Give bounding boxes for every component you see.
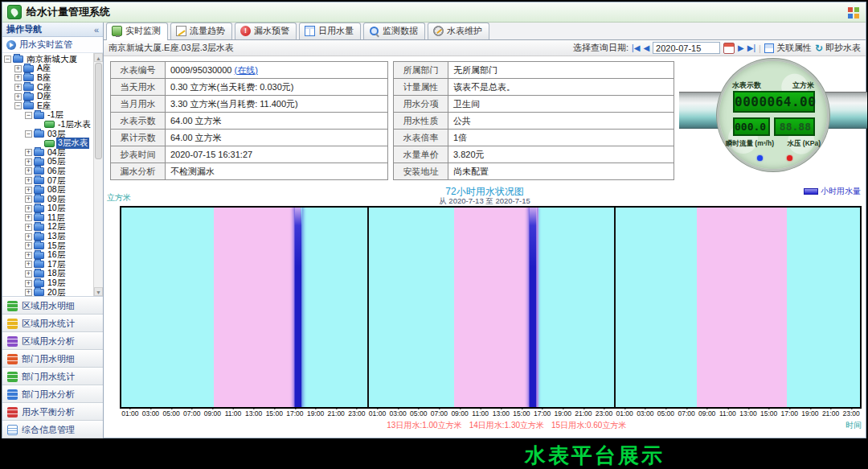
calendar-icon[interactable] <box>723 43 735 54</box>
read-meter-now-button[interactable]: ↻ 即抄水表 <box>815 42 861 54</box>
sidebar-item-region-analysis[interactable]: 区域用水分析 <box>2 332 103 350</box>
tab-flow-trend[interactable]: 流量趋势 <box>170 23 232 39</box>
expand-expander-icon[interactable]: + <box>14 65 22 72</box>
tree-node[interactable]: +20层 <box>2 288 92 297</box>
folder-icon <box>34 252 44 259</box>
expand-expander-icon[interactable]: + <box>14 84 22 91</box>
sidebar-item-dept-detail[interactable]: 部门用水明细 <box>2 350 103 368</box>
scrollbar-thumb[interactable] <box>95 63 102 159</box>
x-tick-label: 15:00 <box>266 409 283 418</box>
apps-grid-icon[interactable] <box>848 7 859 19</box>
tab-realtime-monitor[interactable]: 实时监测 <box>106 23 168 40</box>
expand-expander-icon[interactable]: + <box>25 214 32 221</box>
prev-date-icon[interactable]: ◀ <box>643 43 649 52</box>
daytime-band <box>697 208 787 407</box>
daily-total-label: 15日用水:0.60立方米 <box>551 421 626 430</box>
x-tick-label: 07:00 <box>678 409 694 418</box>
expand-expander-icon[interactable]: + <box>14 93 22 101</box>
expand-expander-icon[interactable]: + <box>25 261 32 268</box>
collapse-expander-icon[interactable]: − <box>14 102 22 109</box>
x-tick-label: 15:00 <box>513 409 530 418</box>
info-mgmt-icon <box>7 425 18 435</box>
menu-item-label: 区域用水明细 <box>22 300 75 312</box>
scroll-up-icon[interactable]: ▲ <box>94 53 103 62</box>
table-row: 水表示数64.00 立方米 <box>111 113 388 130</box>
building-tree-panel: −南京新城大厦+A座+B座+C座+D座−E座−-1层-1层水表−03层3层水表+… <box>2 53 103 297</box>
sidebar: 操作导航 « 用水实时监管 −南京新城大厦+A座+B座+C座+D座−E座−-1层… <box>2 23 104 438</box>
x-tick-label: 07:00 <box>183 409 200 418</box>
last-date-icon[interactable]: ▶| <box>747 43 755 52</box>
folder-icon <box>34 167 44 175</box>
daily-total-label: 13日用水:1.00立方米 <box>387 421 461 430</box>
collapse-expander-icon[interactable]: − <box>4 56 11 63</box>
sidebar-item-region-detail[interactable]: 区域用水明细 <box>2 297 103 315</box>
pressure-indicator-dot <box>787 155 792 161</box>
expand-expander-icon[interactable]: + <box>25 177 32 184</box>
table-row: 水表倍率1倍 <box>394 130 674 146</box>
scroll-down-icon[interactable]: ▼ <box>94 287 103 296</box>
x-axis-title: 时间 <box>845 420 862 431</box>
tree-scrollbar[interactable]: ▲ ▼ <box>93 53 103 296</box>
meter-info-row-value: 0009/95030000 (在线) <box>166 62 388 79</box>
menu-item-label: 部门用水明细 <box>22 353 75 365</box>
x-tick-label: 11:00 <box>472 409 489 418</box>
tree-node-label[interactable]: 20层 <box>46 287 67 297</box>
collapse-expander-icon[interactable]: − <box>25 130 32 138</box>
sidebar-item-dept-stats[interactable]: 部门用水统计 <box>2 368 103 385</box>
x-tick-label: 15:00 <box>760 409 777 418</box>
expand-expander-icon[interactable]: + <box>25 233 32 241</box>
sidebar-item-info-mgmt[interactable]: 综合信息管理 <box>2 421 103 438</box>
tab-monitor-data[interactable]: 监测数据 <box>363 23 425 39</box>
folder-icon <box>23 65 34 72</box>
expand-expander-icon[interactable]: + <box>25 158 32 166</box>
sidebar-collapse-button[interactable]: « <box>94 24 99 35</box>
app-header: 给水计量管理系统 <box>2 2 866 23</box>
folder-icon <box>34 214 44 221</box>
region-detail-icon <box>7 301 18 311</box>
chart-legend: 小时用水量 <box>804 186 861 197</box>
folder-icon <box>34 149 44 156</box>
x-tick-label: 09:00 <box>698 409 715 418</box>
plot-area: 1 0 <box>120 206 862 409</box>
tab-leak-alert[interactable]: !漏水预警 <box>235 23 297 39</box>
expand-expander-icon[interactable]: + <box>25 280 32 287</box>
query-date-input[interactable] <box>653 42 720 54</box>
collapse-expander-icon[interactable]: − <box>25 112 32 119</box>
x-tick-label: 21:00 <box>328 409 345 418</box>
sidebar-item-balance-analysis[interactable]: 用水平衡分析 <box>2 403 103 421</box>
folder-icon <box>34 242 44 249</box>
table-row: 用水性质公共 <box>394 113 674 130</box>
x-tick-label: 03:00 <box>142 409 159 418</box>
expand-expander-icon[interactable]: + <box>25 195 32 203</box>
region-analysis-icon <box>7 336 18 347</box>
expand-expander-icon[interactable]: + <box>25 187 32 194</box>
expand-expander-icon[interactable]: + <box>25 289 32 296</box>
sidebar-item-dept-analysis[interactable]: 部门用水分析 <box>2 385 103 403</box>
table-row: 当天用水0.30 立方米(当天耗费: 0.030元) <box>111 79 388 96</box>
tab-meter-maintain[interactable]: 水表维护 <box>428 23 489 39</box>
expand-expander-icon[interactable]: + <box>25 270 32 278</box>
hourly-usage-bar <box>294 208 301 407</box>
table-row: 用水分项卫生间 <box>394 96 674 113</box>
first-date-icon[interactable]: |◀ <box>632 43 640 52</box>
expand-expander-icon[interactable]: + <box>25 167 32 175</box>
meter-detail-section: 水表编号0009/95030000 (在线)当天用水0.30 立方米(当天耗费:… <box>104 56 866 183</box>
expand-expander-icon[interactable]: + <box>25 149 32 156</box>
expand-expander-icon[interactable]: + <box>25 252 32 259</box>
next-date-icon[interactable]: ▶ <box>738 43 744 52</box>
folder-icon <box>34 280 44 287</box>
dept-analysis-icon <box>7 389 18 400</box>
x-tick-label: 05:00 <box>657 409 674 418</box>
expand-expander-icon[interactable]: + <box>14 74 22 81</box>
x-tick-label: 01:00 <box>121 409 138 418</box>
expand-expander-icon[interactable]: + <box>25 205 32 212</box>
assoc-attr-button[interactable]: 关联属性 <box>764 42 812 54</box>
online-status-link[interactable]: (在线) <box>235 65 258 75</box>
x-tick-label: 11:00 <box>719 409 736 418</box>
expand-expander-icon[interactable]: + <box>25 224 32 231</box>
sidebar-panel-realtime-supervision[interactable]: 用水实时监管 <box>2 37 103 53</box>
app-logo-icon <box>7 5 22 19</box>
sidebar-item-region-stats[interactable]: 区域用水统计 <box>2 315 103 332</box>
tab-daily-usage[interactable]: 日用水量 <box>299 23 361 39</box>
expand-expander-icon[interactable]: + <box>25 242 32 249</box>
